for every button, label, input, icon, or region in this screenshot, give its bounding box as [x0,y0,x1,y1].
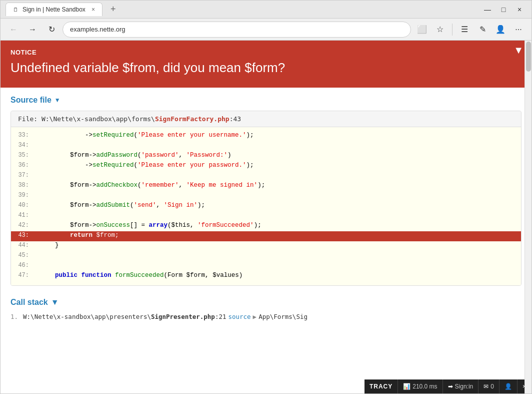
line-content-44: } [36,241,521,251]
source-file-arrow: ▼ [54,97,60,104]
close-button[interactable]: × [512,3,526,17]
code-line-38: 38: $form->addCheckbox('remember', 'Keep… [11,181,521,191]
tracy-bar: TRACY 📊 210.0 ms ➡ Sign:in ✉ 0 👤 × [364,379,532,393]
line-content-41 [36,211,521,221]
refresh-button[interactable]: ↻ [44,22,60,38]
tracy-user-icon: 👤 [504,383,512,390]
scrollbar-area[interactable] [524,41,532,393]
forward-button[interactable]: → [24,22,40,38]
line-num-36: 36: [11,161,36,171]
line-content-35: $form->addPassword('password', 'Password… [36,151,521,161]
code-line-45: 45: [11,251,521,261]
nav-bar: ← → ↻ ⬜ ☆ ☰ ✎ 👤 ··· [0,19,532,41]
new-tab-button[interactable]: + [106,3,120,16]
line-num-46: 46: [11,261,36,271]
tracy-count-item[interactable]: ✉ 0 [478,379,500,393]
cs-source-link[interactable]: source [228,313,250,320]
profile-button[interactable]: 👤 [492,22,508,38]
call-stack-arrow: ▼ [51,298,59,307]
cs-path-1: W:\Nette\x-sandbox\app\presenters\SignPr… [23,313,226,320]
tracy-page-icon: ➡ [448,383,453,390]
page-content: Notice Undefined variable $from, did you… [0,41,532,393]
cs-num-1: 1. [10,313,18,320]
tracy-label: TRACY [370,383,392,390]
line-content-36: ->setRequired('Please enter your passwor… [36,161,521,171]
code-line-34: 34: [11,141,521,151]
code-line-35: 35: $form->addPassword('password', 'Pass… [11,151,521,161]
line-num-39: 39: [11,191,36,201]
line-num-33: 33: [11,131,36,141]
code-line-47: 47: public function formSucceeded(Form $… [11,271,521,281]
code-line-40: 40: $form->addSubmit('send', 'Sign in'); [11,201,521,211]
tab-page-icon: 🗒 [13,7,18,13]
line-num-40: 40: [11,201,36,211]
maximize-button[interactable]: □ [496,3,510,17]
source-file-header[interactable]: Source file ▼ [10,96,522,105]
code-line-36: 36: ->setRequired('Please enter your pas… [11,161,521,171]
tracy-page: Sign:in [455,383,474,390]
notice-label: Notice [10,49,522,56]
line-content-33: ->setRequired('Please enter your usernam… [36,131,521,141]
minimize-button[interactable]: — [480,3,494,17]
tracy-label-item[interactable]: TRACY [364,379,398,393]
line-num-45: 45: [11,251,36,261]
cs-arrow-1: ▶ [253,313,257,320]
line-num-47: 47: [11,271,36,281]
file-name: SignFormFactory.php [155,115,230,123]
more-button[interactable]: ··· [510,22,526,38]
edit-button[interactable]: ✎ [474,22,490,38]
collapse-arrow[interactable]: ▼ [514,45,524,56]
tracy-chart-icon: 📊 [403,383,410,390]
line-num-37: 37: [11,171,36,181]
code-line-43: 43: return $from; [11,231,521,241]
scrollbar-thumb[interactable] [526,42,531,72]
line-content-34 [36,141,521,151]
source-file-label: Source file [10,96,52,105]
line-num-34: 34: [11,141,36,151]
line-content-43: return $from; [36,231,521,241]
call-stack-section: Call stack ▼ 1. W:\Nette\x-sandbox\app\p… [0,298,532,327]
line-content-37 [36,171,521,181]
browser-tab[interactable]: 🗒 Sign in | Nette Sandbox × [6,3,102,16]
line-content-45 [36,251,521,261]
file-line: :43 [230,115,241,123]
nav-separator [452,24,452,36]
line-num-35: 35: [11,151,36,161]
call-stack-header[interactable]: Call stack ▼ [10,298,522,307]
tracy-time-item[interactable]: 📊 210.0 ms [398,379,442,393]
tracy-count-icon: ✉ [484,383,488,390]
line-content-39 [36,191,521,201]
favorites-button[interactable]: ☆ [432,22,448,38]
line-content-40: $form->addSubmit('send', 'Sign in'); [36,201,521,211]
tracy-time: 210.0 ms [412,383,437,390]
tracy-page-item[interactable]: ➡ Sign:in [443,379,479,393]
nav-icons: ⬜ ☆ ☰ ✎ 👤 ··· [414,22,526,38]
tracy-count: 0 [490,383,494,390]
url-bar[interactable] [62,22,411,38]
notice-message: Undefined variable $from, did you mean $… [10,60,522,76]
callstack-item-1: 1. W:\Nette\x-sandbox\app\presenters\Sig… [10,312,522,321]
back-button[interactable]: ← [6,22,22,38]
line-content-42: $form->onSuccess[] = array($this, 'formS… [36,221,521,231]
line-num-44: 44: [11,241,36,251]
tracy-user-item[interactable]: 👤 [500,379,518,393]
line-num-43: 43: [11,231,36,241]
window-controls: — □ × [480,3,526,17]
notice-banner: Notice Undefined variable $from, did you… [0,41,532,88]
code-line-42: 42: $form->onSuccess[] = array($this, 'f… [11,221,521,231]
line-num-42: 42: [11,221,36,231]
line-num-38: 38: [11,181,36,191]
code-line-39: 39: [11,191,521,201]
tab-close-button[interactable]: × [92,6,95,13]
code-line-37: 37: [11,171,521,181]
menu-button[interactable]: ☰ [456,22,472,38]
code-line-33: 33: ->setRequired('Please enter your use… [11,131,521,141]
reader-view-button[interactable]: ⬜ [414,22,430,38]
file-header: File: W:\Nette\x-sandbox\app\forms\SignF… [11,111,521,127]
code-container: File: W:\Nette\x-sandbox\app\forms\SignF… [10,111,522,286]
code-line-44: 44: } [11,241,521,251]
source-file-section: Source file ▼ File: W:\Nette\x-sandbox\a… [0,88,532,298]
line-content-46 [36,261,521,271]
code-block: 33: ->setRequired('Please enter your use… [11,127,521,285]
line-num-41: 41: [11,211,36,221]
